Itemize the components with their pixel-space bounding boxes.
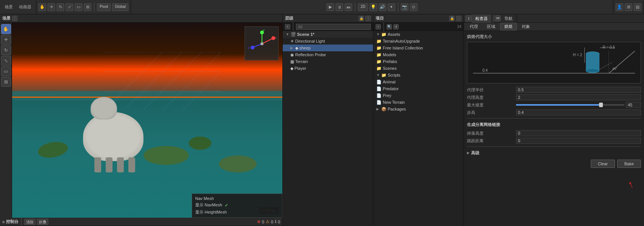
layout-btn[interactable]: ▤ bbox=[634, 3, 641, 11]
player-item[interactable]: ◆ Player bbox=[283, 65, 373, 72]
scene-viewport[interactable]: ✋ ✛ ↻ ⤡ ▭ ⊞ X Y Z bbox=[0, 23, 282, 218]
ref-probe-item[interactable]: ◉ Reflection Probe bbox=[283, 51, 373, 58]
transform-tool[interactable]: ⊞ bbox=[84, 3, 91, 11]
move-tool[interactable]: ✛ bbox=[48, 3, 55, 11]
project-search-btn[interactable]: 🔍 bbox=[387, 24, 392, 29]
inspector-tab[interactable]: 检查器 bbox=[471, 14, 492, 23]
scale-tool-scene[interactable]: ⤡ bbox=[1, 56, 11, 66]
console-title: 控制台 bbox=[6, 219, 18, 224]
project-more[interactable]: ⋮ bbox=[456, 16, 461, 21]
subtab-object[interactable]: 对象 bbox=[518, 23, 534, 31]
play-btn[interactable]: ▶ bbox=[327, 3, 334, 11]
scene-options[interactable]: ⋮ bbox=[12, 16, 17, 21]
grass-patch-3 bbox=[189, 137, 211, 150]
fx-btn[interactable]: ✦ bbox=[388, 3, 395, 11]
section2-title: 生成分离网格链接 bbox=[467, 122, 500, 128]
anim-tab[interactable]: 动画器 bbox=[17, 4, 34, 10]
models-folder[interactable]: 📁 Models bbox=[373, 51, 464, 58]
slope-slider-thumb[interactable] bbox=[599, 103, 603, 107]
project-panel: 项目 🔒 ⋮ + 🔍 ↺ 14 ▼ 📁 Assets 📁 TerrainAuto… bbox=[373, 14, 464, 226]
inspector-lock[interactable]: ℹ bbox=[465, 15, 471, 22]
account-btn[interactable]: 👤 bbox=[616, 3, 623, 11]
rotate-tool[interactable]: ↻ bbox=[57, 3, 64, 11]
models-icon: 📁 bbox=[376, 52, 382, 57]
project-refresh[interactable]: ↺ bbox=[393, 24, 399, 29]
packages-folder[interactable]: ▶ 📦 Packages bbox=[373, 106, 464, 112]
advanced-header[interactable]: ▶ 高级 bbox=[467, 149, 641, 157]
subtab-agent[interactable]: 代理 bbox=[465, 23, 482, 31]
scene-tab[interactable]: 场景 bbox=[2, 4, 15, 10]
slope-slider[interactable] bbox=[516, 104, 624, 106]
gizmo-btn[interactable]: ⊙ bbox=[410, 3, 418, 11]
subtab-bake[interactable]: 烘焙 bbox=[500, 23, 517, 31]
hierarchy-more[interactable]: ⋮ bbox=[365, 16, 371, 21]
prefabs-folder[interactable]: 📁 Prefabs bbox=[373, 58, 464, 65]
scenes-icon: 📁 bbox=[376, 66, 382, 71]
free-island-folder[interactable]: 📁 Free Island Collection bbox=[373, 45, 464, 51]
clear-button[interactable]: Clear bbox=[591, 160, 615, 168]
slope-svg: 45° bbox=[609, 51, 635, 74]
assets-folder[interactable]: ▼ 📁 Assets bbox=[373, 31, 464, 38]
terrain-item[interactable]: ▦ Terrain bbox=[283, 58, 373, 65]
layers-btn[interactable]: ⊞ bbox=[625, 3, 632, 11]
hierarchy-search-input[interactable] bbox=[296, 24, 371, 30]
agent-height-label: 代理高度 bbox=[467, 95, 516, 100]
pivot-btn[interactable]: Pivot bbox=[97, 3, 111, 11]
hierarchy-panel: 层级 🔒 ⋮ + ▼ 🎬 Scene 1* ☀ Directional Ligh… bbox=[282, 14, 373, 226]
nav-height-show[interactable]: 显示 HeightMesh bbox=[195, 209, 279, 216]
console-header: ≡ 控制台 清除 折叠 ⊗ 0 ⚠ 0 ℹ 0 bbox=[0, 218, 282, 226]
terrain-upgrade-folder[interactable]: 📁 TerrainAutoUpgrade bbox=[373, 38, 464, 45]
rect-tool-scene[interactable]: ▭ bbox=[1, 66, 11, 76]
subtab-area[interactable]: 区域 bbox=[483, 23, 499, 31]
2d-btn[interactable]: 2D bbox=[358, 3, 368, 11]
scripts-label: Scripts bbox=[388, 73, 401, 77]
step-btn[interactable]: ⏭ bbox=[345, 3, 352, 11]
collapse-btn[interactable]: 折叠 bbox=[37, 219, 48, 225]
hierarchy-add[interactable]: + bbox=[285, 24, 290, 29]
jump-dist-value[interactable] bbox=[516, 138, 641, 144]
gizmo-svg: X Y Z bbox=[245, 27, 279, 61]
scenes-folder[interactable]: 📁 Scenes bbox=[373, 65, 464, 72]
scripts-folder[interactable]: ▼ 📁 Scripts bbox=[373, 72, 464, 78]
scale-tool[interactable]: ⤢ bbox=[66, 3, 73, 11]
hand-tool-scene[interactable]: ✋ bbox=[1, 24, 11, 34]
console-area: ≡ 控制台 清除 折叠 ⊗ 0 ⚠ 0 ℹ 0 bbox=[0, 218, 282, 226]
nav-tab[interactable]: 导航 bbox=[501, 14, 517, 23]
light-btn[interactable]: 💡 bbox=[370, 3, 377, 11]
project-add[interactable]: + bbox=[376, 24, 381, 29]
sheep-leg-1 bbox=[94, 157, 101, 172]
dir-light-item[interactable]: ☀ Directional Light bbox=[283, 38, 373, 45]
agent-radius-value[interactable] bbox=[516, 87, 641, 93]
hierarchy-lock[interactable]: 🔒 bbox=[359, 16, 364, 21]
max-slope-value[interactable] bbox=[626, 102, 641, 108]
inspector-panel: ℹ 检查器 🗺 导航 代理 区域 烘焙 对象 烘焙代理大小 45° bbox=[464, 14, 644, 226]
multi-tool-scene[interactable]: ⊞ bbox=[1, 77, 11, 87]
svg-text:X: X bbox=[274, 36, 277, 40]
clear-console-btn[interactable]: 清除 bbox=[24, 219, 35, 225]
new-terrain-script[interactable]: 📄 New Terrain bbox=[373, 99, 464, 106]
agent-height-value[interactable] bbox=[516, 94, 641, 100]
camera-btn[interactable]: 📷 bbox=[401, 3, 408, 11]
predator-script[interactable]: 📄 Predator bbox=[373, 85, 464, 92]
rotate-tool-scene[interactable]: ↻ bbox=[1, 45, 11, 55]
hierarchy-search: + bbox=[283, 23, 373, 31]
sheep-item[interactable]: ▶ ◆ sheep bbox=[283, 45, 373, 51]
hand-tool[interactable]: ✋ bbox=[39, 3, 46, 11]
audio-btn[interactable]: 🔊 bbox=[379, 3, 386, 11]
move-tool-scene[interactable]: ✛ bbox=[1, 35, 11, 45]
animal-script[interactable]: 📄 Animal bbox=[373, 78, 464, 85]
nav-mesh-show[interactable]: 显示 NavMesh ✓ bbox=[195, 201, 279, 209]
section2-header[interactable]: 生成分离网格链接 bbox=[467, 121, 641, 128]
step-height-value[interactable] bbox=[516, 109, 641, 115]
slope-slider-fill bbox=[516, 104, 603, 106]
project-lock[interactable]: 🔒 bbox=[449, 16, 454, 21]
pause-btn[interactable]: ⏸ bbox=[336, 3, 343, 11]
rect-tool[interactable]: ▭ bbox=[75, 3, 82, 11]
drop-height-value[interactable] bbox=[516, 130, 641, 136]
nav-mesh-bar: Nav Mesh 显示 NavMesh ✓ 显示 HeightMesh bbox=[192, 194, 282, 218]
bake-button[interactable]: Bake bbox=[617, 160, 641, 168]
prefabs-icon: 📁 bbox=[376, 59, 382, 64]
global-btn[interactable]: Global bbox=[112, 3, 128, 11]
scene-root[interactable]: ▼ 🎬 Scene 1* bbox=[283, 31, 373, 38]
prey-script[interactable]: 📄 Prey bbox=[373, 92, 464, 99]
